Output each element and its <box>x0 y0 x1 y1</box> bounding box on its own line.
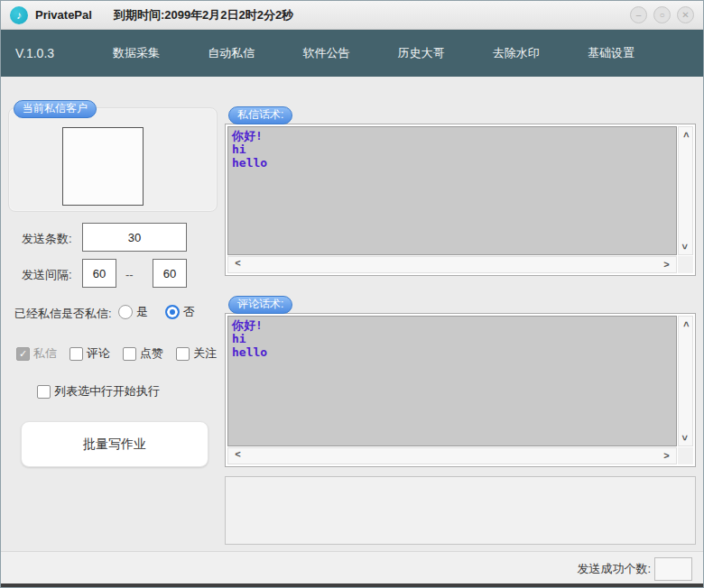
app-title: PrivatePal <box>35 8 92 22</box>
interval-separator: -- <box>125 268 134 281</box>
comment-checkbox-label: 评论 <box>87 345 110 362</box>
title-bar: ♪ PrivatePal 到期时间:2099年2月2日2时2分2秒 – ○ ✕ <box>1 1 703 30</box>
dm-script-textarea[interactable]: 你好! hi hello <box>227 126 677 255</box>
window-controls: – ○ ✕ <box>630 6 694 23</box>
dm-horizontal-scrollbar[interactable]: > > <box>227 256 677 273</box>
tab-history[interactable]: 历史大哥 <box>393 38 450 69</box>
comment-script-title: 评论话术: <box>228 296 292 314</box>
tab-auto-dm[interactable]: 自动私信 <box>202 38 260 69</box>
scroll-up-icon[interactable]: > <box>680 318 691 330</box>
dm-script-box: 你好! hi hello > > > > <box>225 124 696 276</box>
checkbox-option-dm[interactable]: ✓ 私信 <box>16 345 57 362</box>
checkbox-option-like[interactable]: 点赞 <box>123 345 163 362</box>
follow-checkbox[interactable] <box>176 347 190 361</box>
current-customer-group-title: 当前私信客户 <box>14 100 97 118</box>
tab-software-notice[interactable]: 软件公告 <box>297 38 355 69</box>
checkbox-option-comment[interactable]: 评论 <box>69 345 110 362</box>
tab-remove-watermark[interactable]: 去除水印 <box>487 38 545 69</box>
customer-avatar-placeholder <box>62 127 144 206</box>
send-count-label: 发送条数: <box>22 231 72 247</box>
radio-yes-label: 是 <box>136 304 148 320</box>
start-from-selected-row[interactable]: 列表选中行开始执行 <box>37 383 160 400</box>
comment-checkbox[interactable] <box>69 347 83 361</box>
scroll-right-icon[interactable]: > <box>661 258 672 270</box>
like-checkbox-label: 点赞 <box>140 345 163 362</box>
like-checkbox[interactable] <box>123 347 136 361</box>
nav-bar: V.1.0.3 数据采集 自动私信 软件公告 历史大哥 去除水印 基础设置 <box>1 30 703 77</box>
scrollbar-corner <box>678 447 693 464</box>
already-dm-question-label: 已经私信是否私信: <box>14 306 112 322</box>
start-from-selected-checkbox[interactable] <box>37 385 51 399</box>
minimize-button[interactable]: – <box>630 6 647 23</box>
scroll-up-icon[interactable]: > <box>680 129 691 141</box>
scroll-down-icon[interactable]: > <box>680 432 691 444</box>
send-count-input[interactable] <box>82 223 187 252</box>
dm-checkbox[interactable]: ✓ <box>16 347 30 361</box>
scroll-down-icon[interactable]: > <box>680 241 691 253</box>
comment-vertical-scrollbar[interactable]: > > <box>678 316 693 446</box>
nav-tabs: 数据采集 自动私信 软件公告 历史大哥 去除水印 基础设置 <box>107 30 640 77</box>
comment-horizontal-scrollbar[interactable]: > > <box>227 447 677 464</box>
tab-basic-settings[interactable]: 基础设置 <box>582 38 640 69</box>
status-bar: 发送成功个数: <box>1 551 703 583</box>
close-button[interactable]: ✕ <box>677 6 694 23</box>
follow-checkbox-label: 关注 <box>193 345 217 362</box>
radio-no-label: 否 <box>183 304 195 320</box>
success-count-input[interactable] <box>654 557 692 581</box>
action-checkbox-row: ✓ 私信 评论 点赞 关注 <box>16 345 217 362</box>
start-from-selected-label: 列表选中行开始执行 <box>54 383 160 400</box>
dm-script-title: 私信话术: <box>228 106 292 124</box>
scrollbar-corner <box>678 256 693 273</box>
maximize-button[interactable]: ○ <box>653 6 671 23</box>
version-label: V.1.0.3 <box>15 46 54 60</box>
dm-vertical-scrollbar[interactable]: > > <box>678 126 693 255</box>
radio-option-yes[interactable]: 是 <box>118 304 148 320</box>
send-interval-max-input[interactable] <box>153 259 187 288</box>
radio-yes-circle[interactable] <box>118 305 133 319</box>
radio-no-circle[interactable] <box>165 305 180 319</box>
expiry-time-text: 到期时间:2099年2月2日2时2分2秒 <box>114 7 293 23</box>
scroll-left-icon[interactable]: > <box>232 449 244 461</box>
send-interval-min-input[interactable] <box>82 259 116 288</box>
send-interval-label: 发送间隔: <box>22 267 72 283</box>
scroll-right-icon[interactable]: > <box>661 449 672 461</box>
batch-write-button[interactable]: 批量写作业 <box>21 421 208 467</box>
music-note-icon: ♪ <box>10 6 28 24</box>
dm-checkbox-label: 私信 <box>33 345 57 362</box>
comment-script-textarea[interactable]: 你好! hi hello <box>227 316 677 446</box>
scroll-left-icon[interactable]: > <box>232 258 244 270</box>
window-bottom-edge <box>1 583 703 588</box>
success-count-label: 发送成功个数: <box>577 561 651 577</box>
checkbox-option-follow[interactable]: 关注 <box>176 345 217 362</box>
radio-option-no[interactable]: 否 <box>165 304 195 320</box>
log-output-box[interactable] <box>225 476 696 545</box>
app-window: ♪ PrivatePal 到期时间:2099年2月2日2时2分2秒 – ○ ✕ … <box>0 0 704 588</box>
tab-data-collection[interactable]: 数据采集 <box>107 38 165 69</box>
comment-script-box: 你好! hi hello > > > > <box>225 313 696 467</box>
